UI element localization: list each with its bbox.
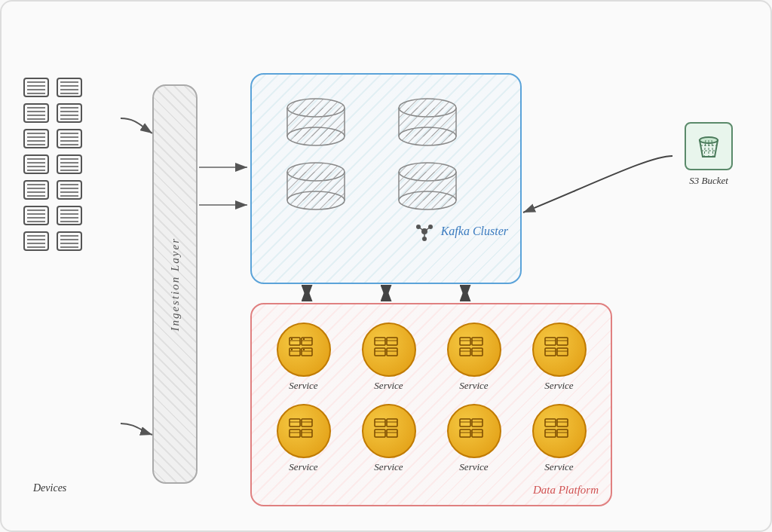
service-item: Service bbox=[267, 404, 340, 473]
s3-label: S3 Bucket bbox=[689, 175, 728, 187]
data-platform-label: Data Platform bbox=[252, 481, 611, 503]
svg-rect-155 bbox=[375, 430, 385, 437]
devices-column bbox=[23, 77, 83, 252]
device-icon bbox=[23, 102, 50, 124]
svg-rect-125 bbox=[387, 348, 397, 356]
device-row bbox=[23, 154, 83, 175]
kafka-cylinder bbox=[282, 161, 350, 210]
svg-rect-129 bbox=[472, 338, 482, 345]
service-circle bbox=[362, 323, 416, 377]
service-icon bbox=[542, 416, 577, 446]
svg-rect-149 bbox=[302, 430, 312, 437]
svg-rect-171 bbox=[545, 430, 556, 437]
kafka-cluster-box: Kafka Cluster bbox=[250, 73, 522, 284]
svg-rect-131 bbox=[460, 348, 470, 356]
device-icon bbox=[56, 179, 83, 200]
device-row bbox=[23, 128, 83, 149]
service-label: Service bbox=[289, 461, 317, 473]
svg-rect-119 bbox=[375, 338, 385, 345]
kafka-cylinders-grid bbox=[252, 75, 520, 218]
service-icon bbox=[542, 335, 577, 365]
kafka-cluster-label: Kafka Cluster bbox=[441, 225, 508, 238]
svg-rect-112 bbox=[303, 338, 305, 340]
service-label: Service bbox=[544, 380, 573, 392]
service-circle bbox=[532, 323, 587, 377]
svg-rect-133 bbox=[472, 348, 482, 356]
service-icon bbox=[286, 335, 321, 365]
device-icon bbox=[56, 128, 83, 149]
svg-rect-127 bbox=[460, 338, 470, 345]
device-icon bbox=[56, 77, 83, 98]
device-icon bbox=[23, 128, 50, 149]
device-icon bbox=[56, 231, 83, 252]
kafka-cylinder bbox=[394, 161, 461, 210]
svg-rect-139 bbox=[545, 348, 556, 356]
service-icon bbox=[457, 335, 492, 365]
service-item: Service bbox=[522, 323, 596, 392]
service-label: Service bbox=[374, 461, 403, 473]
service-label: Service bbox=[544, 461, 573, 473]
service-item: Service bbox=[352, 404, 425, 473]
service-icon bbox=[457, 416, 492, 446]
device-row bbox=[23, 102, 83, 124]
device-icon bbox=[23, 179, 50, 200]
services-grid: Service Service bbox=[252, 304, 611, 481]
device-row bbox=[23, 205, 83, 226]
service-circle bbox=[447, 404, 501, 458]
service-label: Service bbox=[374, 380, 403, 392]
svg-rect-163 bbox=[460, 430, 470, 437]
service-circle bbox=[277, 323, 331, 377]
svg-rect-121 bbox=[387, 338, 397, 345]
svg-rect-153 bbox=[387, 419, 397, 427]
svg-rect-137 bbox=[557, 338, 568, 345]
svg-rect-167 bbox=[545, 419, 556, 427]
svg-rect-151 bbox=[375, 419, 385, 427]
svg-rect-169 bbox=[557, 419, 568, 427]
svg-point-94 bbox=[287, 191, 345, 209]
device-row bbox=[23, 231, 83, 252]
device-icon bbox=[23, 231, 50, 252]
data-platform-box: Service Service bbox=[250, 303, 612, 506]
service-label: Service bbox=[459, 380, 488, 392]
svg-rect-165 bbox=[472, 430, 482, 437]
device-row bbox=[23, 179, 83, 200]
service-item: Service bbox=[267, 323, 340, 392]
s3-bucket-icon bbox=[692, 130, 725, 163]
svg-rect-123 bbox=[375, 348, 385, 356]
ingestion-layer: Ingestion Layer bbox=[152, 84, 198, 484]
service-icon bbox=[372, 416, 406, 446]
main-diagram: Devices Ingestion Layer bbox=[0, 0, 772, 532]
svg-rect-135 bbox=[545, 338, 556, 345]
service-label: Service bbox=[289, 380, 317, 392]
svg-rect-145 bbox=[302, 419, 312, 427]
service-icon bbox=[286, 416, 321, 446]
s3-icon-box bbox=[685, 122, 733, 170]
service-label: Service bbox=[459, 461, 488, 473]
device-icon bbox=[23, 77, 50, 98]
service-icon bbox=[372, 335, 406, 365]
kafka-cylinder bbox=[282, 97, 350, 146]
svg-rect-109 bbox=[291, 338, 293, 340]
molecule-icon bbox=[414, 221, 435, 242]
svg-rect-157 bbox=[387, 430, 397, 437]
ingestion-label: Ingestion Layer bbox=[169, 237, 182, 332]
svg-rect-141 bbox=[557, 348, 568, 356]
svg-rect-115 bbox=[291, 349, 293, 350]
device-icon bbox=[56, 102, 83, 124]
svg-point-99 bbox=[399, 191, 456, 209]
service-item: Service bbox=[352, 323, 425, 392]
device-row bbox=[23, 77, 83, 98]
device-icon bbox=[56, 154, 83, 175]
service-item: Service bbox=[437, 323, 510, 392]
service-item: Service bbox=[522, 404, 596, 473]
svg-rect-173 bbox=[557, 430, 568, 437]
svg-rect-143 bbox=[290, 419, 300, 427]
device-icon bbox=[23, 205, 50, 226]
kafka-label-area: Kafka Cluster bbox=[252, 218, 520, 248]
svg-point-89 bbox=[399, 127, 456, 145]
device-icon bbox=[56, 205, 83, 226]
devices-label: Devices bbox=[33, 482, 66, 494]
s3-bucket: S3 Bucket bbox=[685, 122, 733, 187]
svg-rect-159 bbox=[460, 419, 470, 427]
svg-rect-118 bbox=[303, 349, 305, 350]
